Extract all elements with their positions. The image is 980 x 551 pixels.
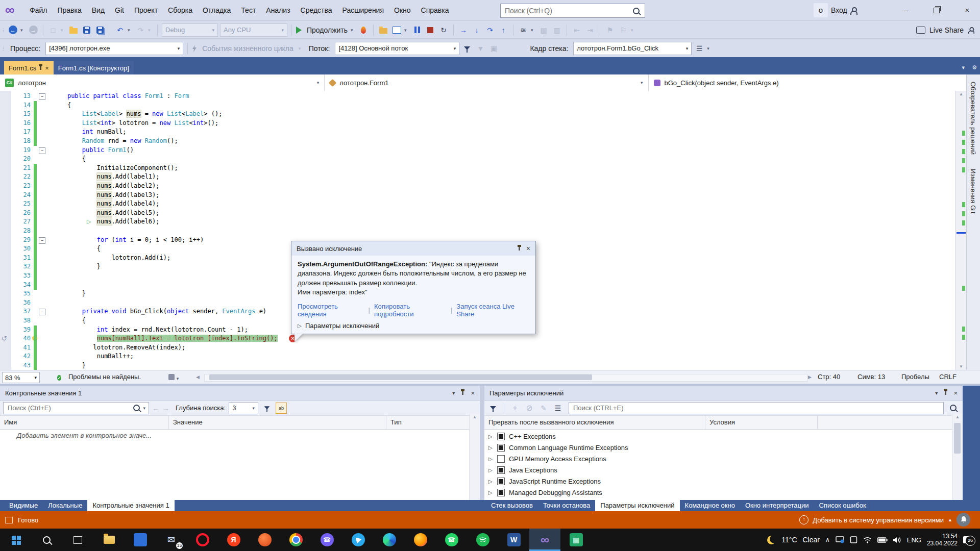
navigate-back-dropdown[interactable]: ▾: [20, 28, 26, 33]
line-number[interactable]: 31: [9, 254, 31, 263]
code-text[interactable]: int numBall;: [53, 128, 127, 137]
panel-splitter[interactable]: [480, 386, 484, 511]
line-number[interactable]: 42: [9, 352, 31, 361]
scroll-up-icon[interactable]: ▲: [470, 415, 480, 419]
code-line[interactable]: 24 nums.Add(label3);: [0, 191, 955, 200]
code-text[interactable]: nums.Add(label5);: [53, 209, 160, 218]
taskbar-button-yandex-browser[interactable]: Я: [218, 529, 249, 551]
exception-link-1[interactable]: Копировать подробности: [374, 303, 447, 318]
expander-icon[interactable]: ▷: [488, 467, 493, 473]
step-into-button[interactable]: ↓: [471, 24, 482, 36]
member-dropdown[interactable]: bGo_Click(object sender, EventArgs e) ▾: [649, 74, 975, 91]
live-share-button[interactable]: Live Share: [929, 26, 964, 34]
debug-tab[interactable]: Окно интерпретации: [740, 500, 814, 511]
code-cleanup-button[interactable]: ▾: [168, 374, 179, 382]
line-number[interactable]: 30: [9, 244, 31, 254]
watch-add-row[interactable]: Добавить элемент в контрольное значе...: [0, 430, 480, 439]
bookmark-button[interactable]: ⚑: [604, 24, 616, 36]
watch-tab[interactable]: Видимые: [4, 500, 43, 511]
fold-collapse-icon[interactable]: −: [39, 237, 45, 244]
scroll-right-icon[interactable]: ▶: [808, 370, 812, 384]
exception-row[interactable]: ▷Managed Debugging Assistants: [484, 487, 952, 498]
process-select[interactable]: [4396] лототрон.exe▾: [45, 42, 183, 55]
scroll-thumb[interactable]: [954, 423, 961, 454]
code-text[interactable]: }: [53, 289, 86, 298]
line-number[interactable]: 14: [9, 101, 31, 110]
lifecycle-dropdown[interactable]: ▾: [299, 46, 304, 51]
code-line[interactable]: 27▷ nums.Add(label6);: [0, 217, 955, 227]
code-line[interactable]: 28: [0, 227, 955, 236]
toolbar-grip[interactable]: ⋮: [1, 46, 5, 51]
sign-in-button[interactable]: Вход: [826, 0, 863, 20]
editor-vertical-scrollbar[interactable]: ▲ ▼: [955, 91, 967, 370]
exception-search-input[interactable]: [572, 404, 940, 412]
code-line[interactable]: 41 lototron.RemoveAt(index);: [0, 343, 955, 353]
expander-icon[interactable]: ▷: [488, 434, 493, 439]
volume-icon[interactable]: [893, 537, 901, 543]
code-text[interactable]: {: [53, 155, 86, 164]
feedback-icon[interactable]: [968, 30, 975, 34]
code-text[interactable]: nums[numBall].Text = lototron [index].To…: [53, 334, 278, 343]
pin-icon[interactable]: [945, 391, 946, 395]
search-icon[interactable]: [950, 405, 957, 411]
exception-checkbox[interactable]: [497, 478, 505, 485]
line-number[interactable]: 36: [9, 298, 31, 308]
menu-item-правка[interactable]: Правка: [52, 0, 86, 20]
close-icon[interactable]: ×: [45, 64, 49, 72]
code-text[interactable]: List<int> lototron = new List<int>();: [53, 119, 218, 128]
add-to-source-control-button[interactable]: Добавить в систему управления версиями: [813, 516, 944, 524]
code-line[interactable]: 20 {: [0, 155, 955, 164]
code-line[interactable]: 43 }: [0, 361, 955, 370]
pin-values-button[interactable]: [261, 403, 273, 414]
show-diagnostics-button[interactable]: [378, 24, 389, 36]
taskbar-button-file-explorer[interactable]: [93, 529, 125, 551]
line-number[interactable]: 25: [9, 199, 31, 209]
scroll-left-icon[interactable]: ◀: [196, 370, 200, 384]
exception-link-2[interactable]: Запуск сеанса Live Share: [456, 303, 529, 318]
solution-configurations-select[interactable]: Debug▾: [162, 23, 218, 37]
minimize-button[interactable]: –: [894, 0, 918, 20]
window-position-dropdown[interactable]: ▾: [452, 390, 455, 396]
redo-dropdown[interactable]: ▾: [148, 28, 153, 33]
taskbar-button-opera[interactable]: [187, 529, 218, 551]
taskbar-button-telegram[interactable]: [342, 529, 374, 551]
thread-select[interactable]: [4128] Основной поток▾: [335, 42, 459, 55]
code-text[interactable]: nums.Add(label4);: [53, 199, 160, 209]
code-text[interactable]: lototron.Add(i);: [53, 254, 170, 263]
line-number[interactable]: 40: [9, 334, 31, 343]
exception-row[interactable]: ▷JavaScript Runtime Exceptions: [484, 475, 952, 487]
spaces-ind[interactable]: Пробелы: [901, 370, 929, 384]
code-line[interactable]: 19− public Form1(): [0, 146, 955, 155]
line-number[interactable]: 26: [9, 209, 31, 218]
menu-item-средства[interactable]: Средства: [296, 0, 337, 20]
line-number[interactable]: 24: [9, 191, 31, 200]
exception-link-0[interactable]: Просмотреть сведения: [298, 303, 364, 318]
exception-settings-expander[interactable]: ▷ Параметры исключений: [291, 321, 535, 334]
document-list-dropdown[interactable]: ▾: [962, 64, 965, 71]
notifications-bell-button[interactable]: [957, 513, 970, 527]
menu-item-git[interactable]: Git: [110, 0, 129, 20]
menu-item-сборка[interactable]: Сборка: [163, 0, 198, 20]
stop-debugging-button[interactable]: [425, 24, 436, 36]
code-analysis-dropdown[interactable]: ▾: [531, 28, 536, 33]
tablet-mode-icon[interactable]: [850, 536, 857, 543]
menu-item-отладка[interactable]: Отладка: [198, 0, 236, 20]
action-center-icon[interactable]: 26: [963, 536, 971, 543]
line-number[interactable]: 18: [9, 137, 31, 146]
fold-collapse-icon[interactable]: −: [39, 93, 45, 100]
new-project-button[interactable]: □: [47, 24, 59, 36]
code-text[interactable]: InitializeComponent();: [53, 164, 178, 173]
line-number[interactable]: 22: [9, 172, 31, 182]
bookmark-next-button[interactable]: ⚐: [618, 24, 629, 36]
code-line[interactable]: 21 InitializeComponent();: [0, 164, 955, 173]
fold-collapse-icon[interactable]: −: [39, 309, 45, 315]
show-next-statement-button[interactable]: →: [458, 24, 469, 36]
line-number[interactable]: 19: [9, 146, 31, 155]
exception-search[interactable]: [569, 402, 944, 414]
code-line[interactable]: 17 int numBall;: [0, 128, 955, 137]
code-text[interactable]: lototron.RemoveAt(index);: [53, 343, 185, 353]
taskbar-button-green-app[interactable]: ▦: [560, 529, 592, 551]
code-line[interactable]: 25 nums.Add(label4);: [0, 199, 955, 209]
line-ending-ind[interactable]: CRLF: [939, 370, 957, 384]
column-ind[interactable]: Симв: 13: [857, 370, 885, 384]
